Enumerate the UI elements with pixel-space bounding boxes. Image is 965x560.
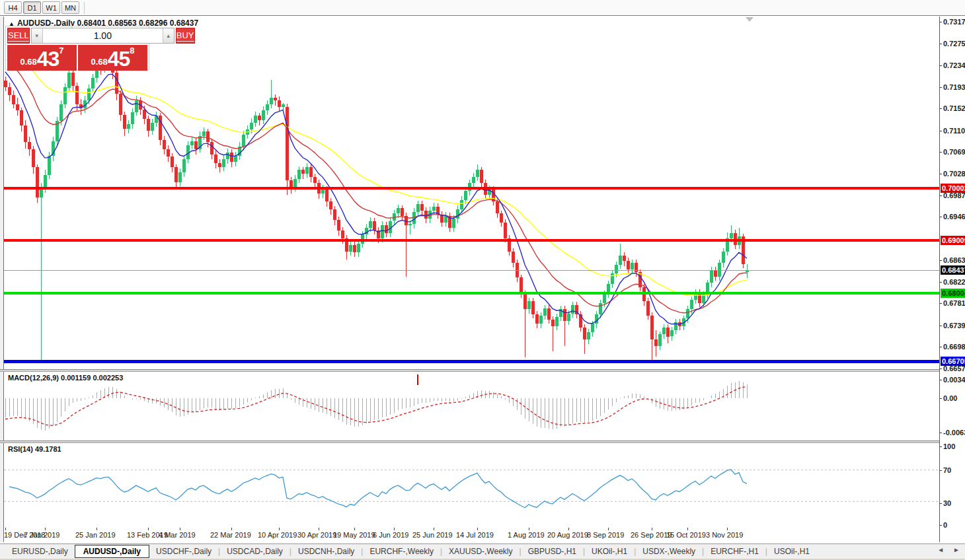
tab-scroll-left-icon[interactable]: ◄ [937, 546, 944, 553]
timeframe-button-w1[interactable]: W1 [42, 1, 60, 14]
axis-tick [940, 503, 942, 504]
chart-tab-audusd-daily[interactable]: AUDUSD-,Daily [75, 545, 149, 558]
axis-tick [940, 326, 942, 326]
date-tick [354, 528, 355, 530]
date-tick [568, 528, 569, 530]
macd-histogram [6, 381, 748, 431]
level-price-label: 0.66705 [941, 357, 965, 366]
axis-tick [940, 380, 942, 380]
ask-price-button[interactable]: 0.68458 [78, 45, 147, 71]
date-tick [148, 528, 149, 530]
axis-tick [940, 108, 942, 109]
date-tick [434, 528, 434, 530]
axis-tick [940, 260, 942, 261]
chart-tab-usdcad-daily[interactable]: USDCAD-,Daily [220, 545, 290, 557]
price-tick-label: 0.68220 [943, 278, 965, 286]
macd-panel: MACD(12,26,9) 0.001159 0.002253 [4, 372, 939, 440]
date-label: 14 Jul 2019 [456, 531, 494, 539]
axis-tick [940, 195, 942, 196]
bid-price-button[interactable]: 0.68437 [7, 45, 77, 71]
timeframe-button-h4[interactable]: H4 [4, 1, 22, 14]
axis-tick [940, 303, 942, 304]
chart-tab-eurchf-weekly[interactable]: EURCHF-,Weekly [363, 545, 440, 557]
price-tick-label: 0.72340 [943, 61, 965, 69]
chart-tab-ukoil-h1[interactable]: UKOil-,H1 [585, 545, 634, 557]
date-tick [180, 528, 180, 530]
date-label: 15 Oct 2019 [666, 531, 706, 539]
axis-tick [940, 174, 942, 174]
date-tick [319, 528, 319, 530]
price-tick-label: 0.00349 [943, 376, 965, 384]
timeframe-toolbar: H4D1W1MN [0, 0, 965, 16]
chart-tab-usdx-weekly[interactable]: USDX-,Weekly [636, 545, 702, 557]
bid-big-digits: 43 [37, 49, 59, 69]
candlesticks [4, 46, 749, 361]
axis-tick [940, 65, 942, 66]
sell-button[interactable]: SELL [7, 28, 30, 44]
date-tick [687, 528, 688, 530]
price-tick-label: 0.70280 [943, 170, 965, 178]
date-tick [652, 528, 652, 530]
date-label: 30 Apr 2019 [297, 531, 336, 539]
chart-tab-bar: EURUSD-,DailyAUDUSD-,DailyUSDCHF-,Daily|… [0, 543, 965, 559]
trading-terminal-window: H4D1W1MN ▲AUDUSD-,Daily 0.68401 0.68563 … [0, 0, 965, 560]
axis-tick [940, 282, 942, 283]
bid-prefix: 0.68 [20, 57, 36, 67]
date-label: 10 Apr 2019 [258, 531, 297, 539]
current-price-label: 0.68437 [941, 265, 965, 275]
toolbar-separator [84, 2, 85, 14]
macd-canvas [4, 372, 939, 440]
price-tick-label: 0.67810 [943, 299, 965, 307]
axis-tick [940, 525, 942, 526]
axis-tick [940, 217, 942, 217]
axis-tick [940, 44, 942, 44]
date-label: 19 May 2019 [333, 531, 375, 539]
price-tick-label: 0.69460 [943, 213, 965, 221]
ask-pip-digit: 8 [130, 46, 134, 55]
axis-tick [940, 22, 942, 22]
axis-tick [940, 470, 942, 471]
price-tick-label: 0.66980 [943, 343, 965, 351]
macd-signal-line [5, 387, 747, 426]
level-price-label: 0.68004 [941, 289, 965, 298]
timeframe-button-d1[interactable]: D1 [23, 1, 41, 14]
chart-tab-usdchf-daily[interactable]: USDCHF-,Daily [149, 545, 218, 557]
price-tick-label: 70 [943, 466, 951, 474]
price-tick-label: 0.68630 [943, 256, 965, 264]
price-tick-label: 0.00 [943, 394, 957, 402]
volume-decrease-icon[interactable]: ▼ [32, 28, 43, 43]
axis-tick [940, 446, 942, 447]
date-tick [727, 528, 728, 530]
ma-line-8 [5, 72, 747, 324]
date-tick [608, 528, 609, 530]
level-price-label: 0.69009 [941, 236, 965, 245]
date-axis: 19 Dec 20187 Jan 201925 Jan 201913 Feb 2… [4, 528, 939, 542]
date-label: 8 Sep 2019 [587, 531, 624, 539]
chart-tab-xauusd-weekly[interactable]: XAUUSD-,Weekly [442, 545, 519, 557]
chart-tab-usoil-h1[interactable]: USOil-,H1 [767, 545, 816, 557]
timeframe-button-mn[interactable]: MN [61, 1, 79, 14]
ask-prefix: 0.68 [91, 57, 107, 67]
tab-scroll-right-icon[interactable]: ► [953, 546, 960, 553]
volume-increase-icon[interactable]: ▲ [163, 28, 174, 43]
date-label: 20 Aug 2019 [547, 531, 588, 539]
date-label: 25 Jan 2019 [75, 531, 116, 539]
chart-tab-eurchf-h1[interactable]: EURCHF-,H1 [704, 545, 765, 557]
axis-tick [940, 368, 942, 369]
date-tick [45, 528, 46, 530]
main-chart-panel: ▲AUDUSD-,Daily 0.68401 0.68563 0.68296 0… [4, 17, 939, 369]
volume-spinner: ▼ ▲ [31, 28, 174, 44]
price-tick-label: 0.72750 [943, 40, 965, 48]
date-tick [231, 528, 232, 530]
volume-input[interactable] [43, 28, 163, 43]
chart-tab-gbpusd-h1[interactable]: GBPUSD-,H1 [521, 545, 583, 557]
last-bar-marker-icon [746, 17, 753, 22]
axis-tick [940, 152, 942, 153]
date-label: 7 Jan 2019 [24, 531, 59, 539]
chart-tab-usdcnh-daily[interactable]: USDCNH-,Daily [291, 545, 361, 557]
date-tick [279, 528, 280, 530]
price-tick-label: 0.67390 [943, 322, 965, 330]
buy-button[interactable]: BUY [176, 28, 195, 44]
date-label: 1 Aug 2019 [508, 531, 545, 539]
chart-tab-eurusd-daily[interactable]: EURUSD-,Daily [5, 545, 75, 557]
